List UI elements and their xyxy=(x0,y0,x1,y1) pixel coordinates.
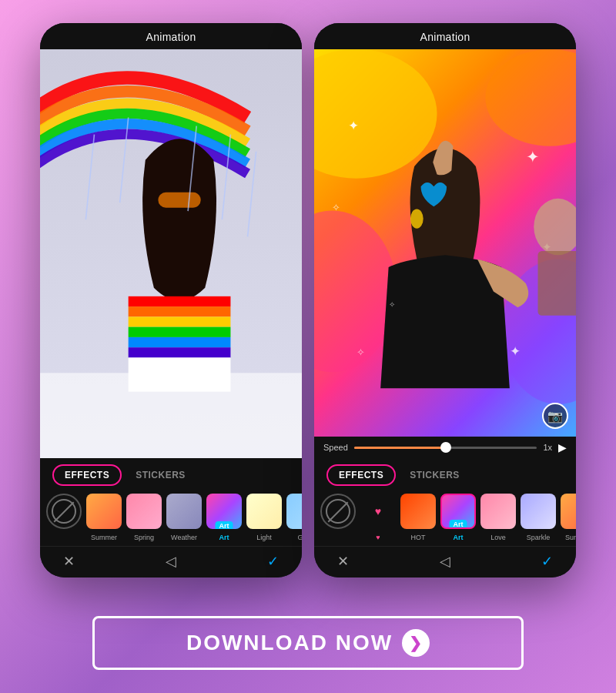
right-phone-image: ✦ ✦ ✧ ✦ ✧ ✦ ✧ 📷 xyxy=(314,49,576,437)
left-tab-effects[interactable]: EFFECTS xyxy=(52,464,122,486)
left-tab-stickers[interactable]: STICKERS xyxy=(125,464,196,486)
left-effect-labels: Summer Spring Weather Art Light Grid Fal… xyxy=(40,532,302,546)
left-phone-controls: EFFECTS STICKERS Art xyxy=(40,458,302,578)
left-tabs-row: EFFECTS STICKERS xyxy=(40,458,302,490)
none-icon xyxy=(52,499,76,524)
right-effect-none[interactable] xyxy=(320,494,356,529)
right-label-sparkle: Sparkle xyxy=(521,534,556,541)
download-button[interactable]: DOWNLOAD NOW ❯ xyxy=(92,616,524,670)
right-erase-button[interactable]: ◁ xyxy=(440,553,450,570)
play-button[interactable]: ▶ xyxy=(558,441,567,454)
left-label-spring: Spring xyxy=(126,534,162,541)
right-effect-summer[interactable] xyxy=(561,494,576,529)
right-label-art: Art xyxy=(440,534,476,541)
right-effect-labels: ♥ HOT Art Love Sparkle Summer Spring Wea… xyxy=(314,532,576,546)
svg-line-14 xyxy=(248,152,256,237)
svg-rect-9 xyxy=(129,357,231,391)
svg-rect-5 xyxy=(129,316,231,326)
right-tab-effects[interactable]: EFFECTS xyxy=(326,464,396,486)
right-effect-sparkle[interactable] xyxy=(521,494,556,529)
left-phone-image xyxy=(40,49,302,458)
left-label-art: Art xyxy=(206,534,242,541)
right-effect-art[interactable]: Art xyxy=(440,494,476,529)
left-label-light: Light xyxy=(246,534,282,541)
left-effect-light[interactable] xyxy=(246,494,282,529)
left-phone-header: Animation xyxy=(40,23,302,49)
right-effect-heart[interactable]: ♥ xyxy=(360,494,396,529)
svg-text:✦: ✦ xyxy=(526,148,540,166)
speed-label: Speed xyxy=(323,443,348,452)
svg-text:✦: ✦ xyxy=(510,344,521,359)
right-effect-hot[interactable] xyxy=(400,494,436,529)
left-effect-none[interactable] xyxy=(46,494,82,529)
left-confirm-button[interactable]: ✓ xyxy=(267,553,279,570)
right-tabs-row: EFFECTS STICKERS xyxy=(314,458,576,490)
left-erase-button[interactable]: ◁ xyxy=(166,553,176,570)
left-effect-grid[interactable] xyxy=(286,494,302,529)
right-tab-stickers[interactable]: STICKERS xyxy=(399,464,470,486)
heart-icon: ♥ xyxy=(375,505,381,517)
speed-track[interactable] xyxy=(354,447,537,449)
right-label-heart: ♥ xyxy=(360,534,396,541)
left-art-badge: Art xyxy=(216,521,233,529)
download-label: DOWNLOAD NOW xyxy=(186,631,393,655)
svg-rect-7 xyxy=(129,337,231,347)
right-label-summer: Summer xyxy=(561,534,576,541)
none-icon-right xyxy=(326,499,350,524)
svg-rect-3 xyxy=(129,296,231,306)
right-confirm-button[interactable]: ✓ xyxy=(541,553,553,570)
svg-text:✧: ✧ xyxy=(357,347,365,358)
left-label-grid: Grid xyxy=(286,534,302,541)
svg-rect-8 xyxy=(129,347,231,357)
svg-point-20 xyxy=(410,209,424,228)
svg-point-16 xyxy=(485,49,576,146)
svg-rect-29 xyxy=(538,251,576,316)
speed-thumb xyxy=(440,442,451,453)
speed-value: 1x xyxy=(543,443,552,452)
svg-text:✧: ✧ xyxy=(389,300,395,309)
right-art-badge: Art xyxy=(450,520,467,529)
svg-rect-6 xyxy=(129,327,231,337)
right-camera-button[interactable]: 📷 xyxy=(542,403,568,429)
download-section: DOWNLOAD NOW ❯ xyxy=(15,604,601,678)
right-label-hot: HOT xyxy=(400,534,436,541)
svg-text:✧: ✧ xyxy=(332,203,340,213)
left-effect-art[interactable]: Art xyxy=(206,494,242,529)
svg-rect-2 xyxy=(158,192,200,208)
svg-point-15 xyxy=(314,49,437,179)
left-cancel-button[interactable]: ✕ xyxy=(63,553,75,570)
right-bottom-actions: ✕ ◁ ✓ xyxy=(314,546,576,578)
right-phone-header: Animation xyxy=(314,23,576,49)
svg-rect-4 xyxy=(129,306,231,316)
download-arrow-icon: ❯ xyxy=(402,629,430,657)
speed-fill xyxy=(354,447,446,449)
right-cancel-button[interactable]: ✕ xyxy=(337,553,349,570)
svg-point-28 xyxy=(534,199,576,255)
left-effects-row: Art xyxy=(40,490,302,532)
right-effects-row: ♥ Art xyxy=(314,490,576,532)
left-effect-spring[interactable] xyxy=(126,494,162,529)
left-label-weather: Weather xyxy=(166,534,202,541)
speed-bar: Speed 1x ▶ xyxy=(314,437,576,458)
left-label-summer: Summer xyxy=(86,534,122,541)
left-effect-summer[interactable] xyxy=(86,494,122,529)
left-phone: Animation xyxy=(40,23,302,578)
svg-text:✦: ✦ xyxy=(348,119,359,133)
svg-line-10 xyxy=(85,135,94,220)
right-phone-controls: Speed 1x ▶ EFFECTS STICKERS ♥ xyxy=(314,437,576,578)
phones-container: Animation xyxy=(40,23,576,604)
left-bottom-actions: ✕ ◁ ✓ xyxy=(40,546,302,578)
right-effect-love[interactable] xyxy=(480,494,516,529)
left-effect-weather[interactable] xyxy=(166,494,202,529)
right-phone: Animation xyxy=(314,23,576,578)
right-label-love: Love xyxy=(480,534,516,541)
